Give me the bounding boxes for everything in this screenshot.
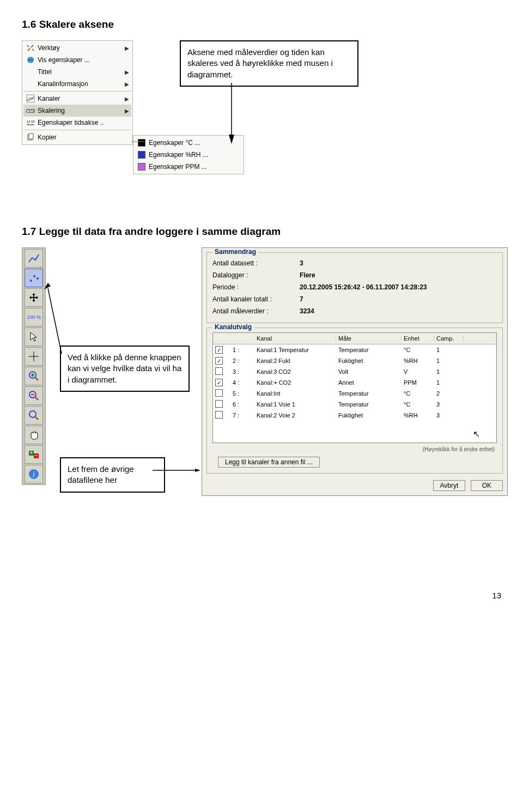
table-row[interactable]: ✓4 :Kanal:+ CO2AnnetPPM1 <box>213 377 496 388</box>
tool-scatter[interactable] <box>25 269 43 287</box>
svg-marker-38 <box>44 283 51 289</box>
table-row[interactable]: ✓2 :Kanal:2 FuktFuktighet%RH1 <box>213 355 496 366</box>
hint-rightclick: (Høyreklikk for å endre enhet) <box>212 443 497 452</box>
svg-text:i: i <box>33 470 35 478</box>
table-row[interactable]: 7 :Kanal:2 Voie 2Fuktighet%RH3 <box>213 410 496 421</box>
color-swatch-icon <box>135 163 149 171</box>
channel-dialog: Sammendrag Antall datasett :3Datalogger … <box>202 247 508 496</box>
page-number: 13 <box>22 591 501 600</box>
svg-line-27 <box>35 397 38 400</box>
menu-item[interactable]: Skalering▶ <box>23 105 131 117</box>
tool-zoom-in[interactable] <box>25 367 43 385</box>
menu-item-label: Verktøy <box>38 44 125 52</box>
menu-item-label: Kanaler <box>38 95 125 102</box>
submenu-item[interactable]: Egenskaper %RH ... <box>135 149 242 161</box>
ok-button[interactable]: OK <box>471 480 503 491</box>
row-camp: 3 <box>434 412 464 419</box>
row-enhet: °C <box>402 401 434 408</box>
row-checkbox[interactable] <box>215 367 223 375</box>
tool-crosshair[interactable] <box>25 347 43 366</box>
row-maale: Temperatur <box>336 390 402 397</box>
tool-plusminus[interactable]: +− <box>25 445 43 464</box>
submenu-item[interactable]: Egenskaper °C ... <box>135 137 242 149</box>
kanalutvalg-group: Kanalutvalg KanalMåleEnhetCamp. ✓1 :Kana… <box>206 328 503 474</box>
row-checkbox[interactable]: ✓ <box>215 379 223 386</box>
menu-item[interactable]: Kopier <box>23 131 131 143</box>
submenu-label: Egenskaper PPM ... <box>149 163 240 171</box>
row-kanal: Kanal:Int <box>254 390 336 397</box>
svg-point-17 <box>30 280 32 282</box>
row-index: 1 : <box>230 347 254 353</box>
table-header-cell: Camp. <box>434 335 464 342</box>
row-camp: 1 <box>434 379 464 386</box>
svg-line-23 <box>35 378 38 380</box>
summary-row: Antall måleverdier :3234 <box>212 305 497 317</box>
heading-1-7: 1.7 Legge til data fra andre loggere i s… <box>22 226 501 238</box>
arrow-down-icon <box>229 83 234 148</box>
tool-zoom-area[interactable] <box>25 406 43 425</box>
color-swatch-icon <box>135 151 149 159</box>
summary-value: 20.12.2005 15:26:42 - 06.11.2007 14:28:2… <box>300 283 427 291</box>
row-maale: Fuktighet <box>336 412 402 419</box>
row-camp: 2 <box>434 390 464 397</box>
copy-icon <box>23 133 38 142</box>
submenu-item[interactable]: Egenskaper PPM ... <box>135 161 242 173</box>
tool-zoom-100[interactable]: 100 % <box>25 308 43 326</box>
tool-move[interactable] <box>25 288 43 307</box>
globe-icon <box>23 56 38 64</box>
tool-pan[interactable] <box>25 426 43 444</box>
row-index: 3 : <box>230 368 254 375</box>
color-swatch-icon <box>135 139 149 147</box>
tool-line-chart[interactable] <box>25 249 43 268</box>
row-index: 4 : <box>230 379 254 386</box>
row-checkbox[interactable] <box>215 400 223 408</box>
menu-item[interactable]: 1215Egenskaper tidsakse .. <box>23 117 131 129</box>
svg-point-19 <box>37 277 39 280</box>
cancel-button[interactable]: Avbryt <box>433 480 466 491</box>
row-index: 6 : <box>230 401 254 408</box>
svg-marker-15 <box>229 135 234 144</box>
row-maale: Temperatur <box>336 401 402 408</box>
row-enhet: PPM <box>402 379 434 386</box>
row-kanal: Kanal:1 Voie 1 <box>254 401 336 408</box>
submenu-arrow-icon: ▶ <box>125 108 129 114</box>
row-checkbox[interactable] <box>215 411 223 419</box>
row-camp: 1 <box>434 347 464 353</box>
tool-zoom-out[interactable] <box>25 386 43 405</box>
table-row[interactable]: ✓1 :Kanal:1 TemperaturTemperatur°C1 <box>213 344 496 355</box>
table-row[interactable]: 5 :Kanal:IntTemperatur°C2 <box>213 388 496 399</box>
menu-item[interactable]: Tittel▶ <box>23 66 131 78</box>
row-enhet: V <box>402 368 434 375</box>
svg-text:12: 12 <box>27 120 31 123</box>
row-checkbox[interactable] <box>215 389 223 397</box>
menu-item[interactable]: Kanaler▶ <box>23 93 131 105</box>
row-kanal: Kanal:1 Temperatur <box>254 347 336 353</box>
cursor-icon: ↖ <box>473 429 480 439</box>
summary-key: Periode : <box>212 283 300 291</box>
row-checkbox[interactable]: ✓ <box>215 346 223 354</box>
tool-pointer[interactable] <box>25 328 43 346</box>
row-index: 5 : <box>230 390 254 397</box>
menu-item-label: Skalering <box>38 107 125 114</box>
row-kanal: Kanal:2 Fukt <box>254 357 336 364</box>
summary-key: Antall datasett : <box>212 259 300 267</box>
row-camp: 3 <box>434 401 464 408</box>
sammendrag-group: Sammendrag Antall datasett :3Datalogger … <box>206 252 503 323</box>
menu-item[interactable]: Kanalinformasjon▶ <box>23 78 131 90</box>
svg-marker-40 <box>195 469 200 472</box>
tool-info[interactable]: i <box>25 465 43 483</box>
table-row[interactable]: 6 :Kanal:1 Voie 1Temperatur°C3 <box>213 399 496 410</box>
row-checkbox[interactable]: ✓ <box>215 357 223 365</box>
add-file-button[interactable]: Legg til kanaler fra annen fil ... <box>218 457 320 468</box>
table-row[interactable]: 3 :Kanal:3 CO2VoltV1 <box>213 366 496 377</box>
sammendrag-title: Sammendrag <box>212 248 258 256</box>
menu-item-label: Kopier <box>38 134 129 141</box>
menu-item[interactable]: Verktøy▶ <box>23 42 131 54</box>
summary-row: Antall datasett :3 <box>212 257 497 269</box>
heading-1-6: 1.6 Skalere aksene <box>22 19 501 31</box>
menu-item[interactable]: Vis egenskaper ... <box>23 54 131 66</box>
summary-value: 3 <box>300 259 303 267</box>
context-menu: Verktøy▶Vis egenskaper ...Tittel▶Kanalin… <box>22 40 133 145</box>
svg-text:15: 15 <box>31 120 35 123</box>
context-submenu: Egenskaper °C ...Egenskaper %RH ...Egens… <box>133 135 244 174</box>
